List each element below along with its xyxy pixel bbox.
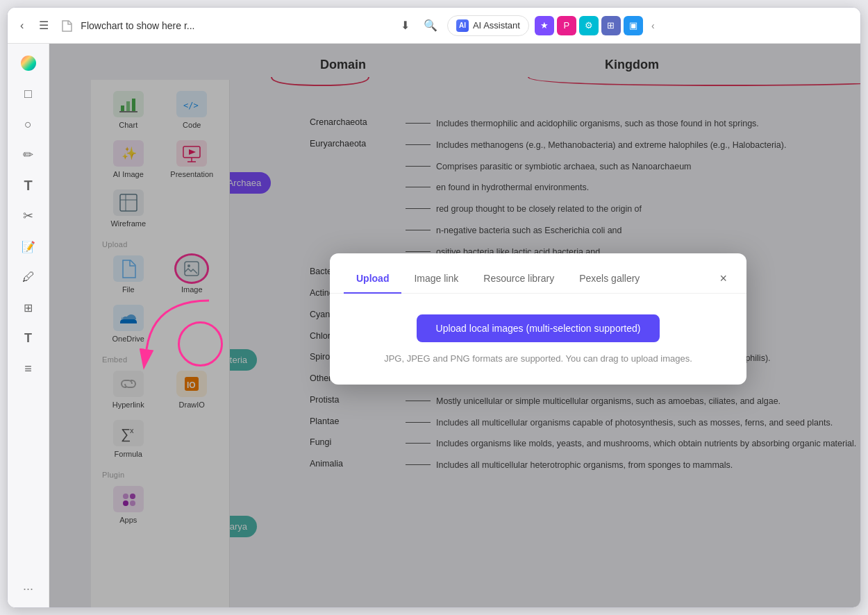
toolbar-icon-grid[interactable]: ⊞ xyxy=(601,16,621,35)
doc-title: Flowchart to show here r... xyxy=(81,20,194,31)
modal-header: Upload Image link Resource library Pexel… xyxy=(330,253,746,294)
search-icon: 🔍 xyxy=(424,19,437,32)
upload-local-images-button[interactable]: Upload local images (multi-selection sup… xyxy=(417,314,660,342)
modal-tab-pexels[interactable]: Pexels gallery xyxy=(567,264,652,294)
scissors-icon: ✂ xyxy=(23,208,33,224)
modal-body: Upload local images (multi-selection sup… xyxy=(330,294,746,385)
canvas-area: Chart </> Code ✨ AI Image xyxy=(49,44,860,607)
upload-modal: Upload Image link Resource library Pexel… xyxy=(330,253,746,385)
sidebar-icon-text[interactable]: T xyxy=(15,171,42,199)
back-icon: ‹ xyxy=(20,19,24,32)
sidebar-icon-text2[interactable]: T xyxy=(15,324,42,352)
ai-icon: AI xyxy=(456,19,469,32)
sidebar-icon-scissors[interactable]: ✂ xyxy=(15,202,42,230)
search-button[interactable]: 🔍 xyxy=(419,15,442,36)
modal-tab-resource-library[interactable]: Resource library xyxy=(471,264,567,294)
left-sidebar: □ ○ ✏ T ✂ 📝 🖊 ⊞ T xyxy=(8,44,49,607)
main-area: □ ○ ✏ T ✂ 📝 🖊 ⊞ T xyxy=(8,44,860,607)
modal-close-button[interactable]: × xyxy=(714,266,733,292)
upload-hint-text: JPG, JPEG and PNG formats are supported.… xyxy=(384,353,692,364)
doc-icon xyxy=(60,19,74,33)
sidebar-icon-sticky[interactable]: 📝 xyxy=(15,233,42,260)
back-button[interactable]: ‹ xyxy=(16,15,28,36)
sidebar-more-button[interactable]: ··· xyxy=(17,576,39,602)
toolbar-chevron-button[interactable]: ‹ xyxy=(649,17,658,34)
download-icon: ⬇ xyxy=(401,19,410,32)
modal-tab-image-link[interactable]: Image link xyxy=(401,264,471,294)
menu-icon: ☰ xyxy=(39,19,49,32)
ai-assistant-button[interactable]: AI AI Assistant xyxy=(447,15,529,36)
app-window: ‹ ☰ Flowchart to show here r... ⬇ 🔍 AI A… xyxy=(7,7,861,608)
sidebar-icon-lines[interactable]: ≡ xyxy=(15,355,42,382)
table-icon: ⊞ xyxy=(24,301,33,314)
circle-icon: ○ xyxy=(24,117,32,132)
sidebar-icon-pen[interactable]: ✏ xyxy=(15,141,42,169)
toolbar-icon-teal[interactable]: ⚙ xyxy=(579,16,599,35)
toolbar-icon-blue[interactable]: ▣ xyxy=(624,16,643,35)
sticky-icon: 📝 xyxy=(22,240,35,253)
square-icon: □ xyxy=(24,87,32,101)
sidebar-icon-table[interactable]: ⊞ xyxy=(15,294,42,321)
sidebar-icon-palette[interactable] xyxy=(15,49,42,77)
pen-icon: ✏ xyxy=(23,147,33,162)
sidebar-icon-square[interactable]: □ xyxy=(15,80,42,108)
sidebar-icon-circle[interactable]: ○ xyxy=(15,110,42,138)
text-icon: T xyxy=(24,178,32,194)
ai-assistant-label: AI Assistant xyxy=(473,20,520,31)
lines-icon: ≡ xyxy=(24,362,32,376)
toolbar-icon-pink[interactable]: P xyxy=(557,16,576,35)
text2-icon: T xyxy=(24,331,32,346)
toolbar-icons: ★ P ⚙ ⊞ ▣ xyxy=(535,16,643,35)
sidebar-icon-eraser[interactable]: 🖊 xyxy=(15,263,42,291)
download-button[interactable]: ⬇ xyxy=(397,15,414,36)
toolbar: ‹ ☰ Flowchart to show here r... ⬇ 🔍 AI A… xyxy=(8,8,860,44)
modal-tab-upload[interactable]: Upload xyxy=(344,264,401,294)
palette-icon xyxy=(21,56,36,71)
eraser-icon: 🖊 xyxy=(22,270,35,285)
menu-button[interactable]: ☰ xyxy=(35,15,53,36)
toolbar-icon-purple[interactable]: ★ xyxy=(535,16,554,35)
